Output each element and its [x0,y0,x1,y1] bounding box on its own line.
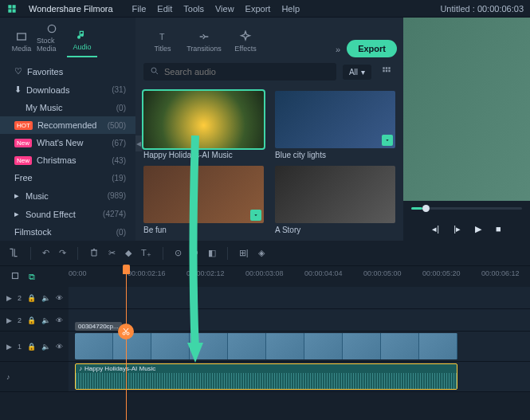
track-toggle-icon[interactable]: ▶ [6,343,12,351]
track-row: ▶2🔒🔈👁 [0,287,530,309]
filter-dropdown[interactable]: All▾ [343,65,371,80]
svg-text:T: T [159,32,165,41]
mixer-button[interactable]: ⊞| [239,248,249,258]
category-count: (0) [116,104,126,112]
ruler-tick: 00:00:05:00 [363,269,402,277]
category-label: Sound Effect [26,210,76,219]
tab-audio[interactable]: Audio [67,29,97,57]
chevron-down-icon: ▾ [361,68,365,77]
category-item[interactable]: ▸Sound Effect(4274) [0,205,135,223]
play-button[interactable]: ▶ [475,224,481,234]
menu-help[interactable]: Help [281,4,300,14]
step-back-button[interactable]: |▸ [453,224,461,234]
timeline-panel: ↶ ↷ ✂ ◆ T₊ ⊙ ↻ ◧ ⊞| ◈ ⧉ 00:0000:00:02:16… [0,241,530,420]
track-toggle-icon[interactable]: ▶ [6,294,12,302]
category-item[interactable]: ▸Music(989) [0,186,135,205]
prev-frame-button[interactable]: ◂| [432,224,439,234]
category-item[interactable]: ⬇Downloads(31) [0,80,135,99]
keyframe-button[interactable]: ◈ [258,248,265,258]
menu-edit[interactable]: Edit [157,4,172,14]
search-input[interactable] [164,67,330,77]
grid-view-button[interactable] [378,62,395,81]
redo-button[interactable]: ↷ [59,248,66,258]
category-item[interactable]: ♡Favorites [0,62,135,80]
menu-view[interactable]: View [215,4,234,14]
tab-effects[interactable]: Effects [225,30,266,57]
category-label: Christmas [37,155,77,165]
category-count: (989) [108,191,126,200]
category-item[interactable]: Filmstock(0) [0,223,135,241]
audio-grid: Happy Holidays-AI MusicBlue city lightsB… [135,86,403,241]
tool-crop-icon[interactable] [8,247,19,260]
badge: New [14,156,32,165]
tab-media[interactable]: Media [6,30,37,57]
split-at-playhead-icon[interactable] [118,324,134,340]
category-label: Music [26,191,49,201]
ruler-tick: 00:00:02:16 [128,269,166,277]
menu-tools[interactable]: Tools [183,4,204,14]
category-count: (43) [112,156,126,165]
delete-button[interactable] [89,248,99,259]
audio-track-icon: ♪ [6,373,10,381]
category-count: (19) [112,174,126,183]
collapse-sidebar-button[interactable]: ◀ [135,135,142,151]
category-item[interactable]: NewWhat's New(67) [0,134,135,151]
ruler-tick: 00:00:05:20 [422,269,461,277]
thumb-caption: Happy Holidays-AI Music [143,151,264,159]
video-clip[interactable] [75,333,457,359]
badge: New [14,139,32,147]
audio-thumb[interactable]: Be fun [143,166,264,234]
undo-button[interactable]: ↶ [42,248,49,258]
color-button[interactable]: ◧ [208,248,216,258]
mute-icon[interactable]: 🔈 [41,294,50,302]
magnet-icon[interactable]: ⧉ [29,272,35,282]
playhead[interactable] [126,266,127,420]
search-box[interactable] [143,63,336,80]
lock-icon[interactable]: 🔒 [27,343,36,351]
svg-rect-0 [18,33,26,40]
badge: HOT [14,121,33,130]
mute-icon[interactable]: 🔈 [41,316,50,324]
track-toggle-icon[interactable]: ▶ [6,316,12,324]
audio-clip[interactable]: ♪Happy Holidays-AI Music [75,363,457,390]
text-button[interactable]: T₊ [141,248,151,258]
visible-icon[interactable]: 👁 [56,294,63,302]
download-icon[interactable] [250,210,261,221]
marker-button[interactable]: ◆ [125,248,132,258]
mute-icon[interactable]: 🔈 [41,343,50,351]
export-button[interactable]: Export [347,40,397,57]
lock-icon[interactable]: 🔒 [27,294,36,302]
ruler-tick: 00:00:06:12 [481,269,520,277]
menu-export[interactable]: Export [245,4,271,14]
thumb-image [143,166,264,223]
menu-file[interactable]: File [132,4,147,14]
audio-thumb[interactable]: Happy Holidays-AI Music [143,91,264,159]
lock-icon[interactable]: 🔒 [27,316,36,324]
timeline-ruler[interactable]: 00:0000:00:02:1600:00:02:1200:00:03:0800… [69,266,530,287]
audio-thumb[interactable]: A Story [275,166,395,234]
thumb-caption: Blue city lights [275,151,395,159]
audio-thumb[interactable]: Blue city lights [275,91,395,159]
category-label: Filmstock [14,227,51,237]
visible-icon[interactable]: 👁 [56,343,63,351]
preview-scrubber[interactable] [403,201,530,217]
visible-icon[interactable]: 👁 [56,316,63,324]
history-button[interactable]: ↻ [191,248,198,258]
ruler-tick: 00:00 [69,269,87,277]
link-tracks-icon[interactable] [10,270,21,283]
split-button[interactable]: ✂ [108,248,116,258]
stop-button[interactable]: ■ [496,224,501,234]
tab-stock-media[interactable]: Stock Media [37,22,67,57]
ruler-tick: 00:00:02:12 [186,269,225,277]
tab-titles[interactable]: TTitles [142,30,183,57]
more-tabs-button[interactable]: » [329,41,347,57]
category-item[interactable]: NewChristmas(43) [0,151,135,169]
category-count: (31) [112,85,126,94]
download-icon[interactable] [382,135,393,146]
category-item[interactable]: Free(19) [0,169,135,186]
browser-panel: TTitles Transitions Effects » Export All… [135,18,403,241]
speed-button[interactable]: ⊙ [175,248,182,258]
category-item[interactable]: My Music(0) [0,99,135,116]
tab-transitions[interactable]: Transitions [183,30,225,57]
category-item[interactable]: HOTRecommended(500) [0,116,135,134]
